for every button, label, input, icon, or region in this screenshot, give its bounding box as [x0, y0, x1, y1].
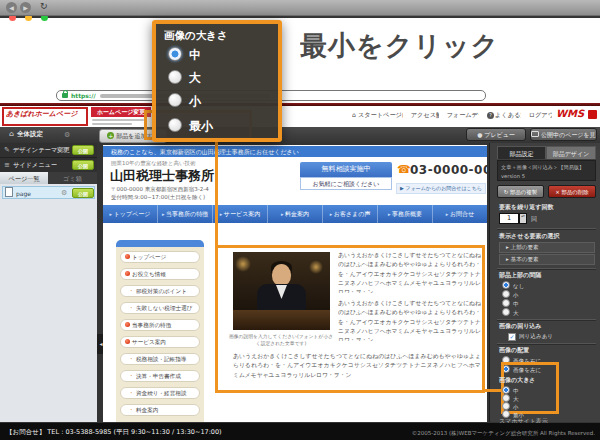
site-nav-bar: トップページ 当事務所の特徴 サービス案内 料金案内 お客さまの声 事務所概要 …	[103, 205, 487, 223]
admin-nav: ⌂ スタートページに戻る アクセス解析 フォームデータ ?よくある質問 ログアウ…	[352, 111, 552, 120]
site-nav-item[interactable]: お客さまの声	[323, 205, 378, 223]
browser-toolbar: ◀ ▶ ↻	[0, 0, 600, 16]
site-menu-subitem[interactable]: ・節税対策のポイント	[120, 285, 200, 297]
monitor-icon	[531, 131, 539, 137]
link-logout[interactable]: ログアウト	[529, 111, 552, 120]
divider	[497, 319, 596, 320]
wrap-checkbox-row[interactable]: ✓回り込みあり	[508, 332, 553, 341]
logo-title: あきばれホームページ	[6, 110, 84, 118]
phone-icon: ☎	[397, 163, 411, 176]
site-address: 〒000-0000 東京都新宿区西新宿3-2-4	[111, 186, 291, 193]
reload-icon[interactable]: ↻	[40, 1, 48, 11]
home-icon: ⌂	[9, 130, 14, 138]
screenshot-stage: ホームページ更新・あきば… スクリーンショ… ◀ ▶ ↻ https:// あき…	[0, 0, 600, 440]
repeat-count-label: 要素を繰り返す回数	[499, 203, 553, 212]
footer-copyright: ©2005-2013 (株)WEBマーケティング総合研究所 All Rights…	[412, 430, 595, 437]
radio-icon	[502, 402, 510, 410]
radio-icon	[502, 290, 510, 298]
view-published-button[interactable]: 公開中のページを見る	[530, 128, 597, 141]
link-access-analytics[interactable]: アクセス解析	[411, 111, 439, 120]
gear-icon[interactable]: ⚙	[64, 131, 70, 139]
site-hours: 受付時間:9:00~17:00(土日祝を除く)	[111, 194, 291, 201]
pencil-icon: ✎	[4, 146, 10, 154]
tab-part-design[interactable]: 部品デザイン	[546, 146, 596, 159]
site-menu-subitem[interactable]: ・税務相談・記帳指導	[120, 353, 200, 365]
site-menu-item[interactable]: お役立ち情報	[120, 268, 200, 280]
delete-part-button[interactable]: × 部品の削除	[548, 185, 596, 198]
wms-logo: WMS	[556, 108, 584, 119]
wms-logo-mark	[588, 110, 597, 119]
part-name: 文章＋画像＜回り込み＞【簡易版】	[501, 163, 592, 172]
site-nav-item[interactable]: 料金案内	[268, 205, 323, 223]
site-nav-item[interactable]: お問合せ	[433, 205, 487, 223]
site-menu-subitem[interactable]: ・決算・申告書作成	[120, 370, 200, 382]
site-tagline: 開業10年の豊富な経験と高い技術	[111, 160, 291, 167]
element-basic-row[interactable]: ▸ 基本の要素	[499, 254, 595, 265]
fine-print-line	[92, 119, 144, 121]
site-nav-item[interactable]: 事務所概要	[378, 205, 433, 223]
divider	[497, 268, 596, 269]
radio-icon	[502, 394, 510, 402]
site-menu-item[interactable]: 当事務所の特徴	[120, 319, 200, 331]
gear-icon[interactable]: ⚙	[60, 143, 66, 157]
radio-icon	[502, 281, 510, 289]
part-info-box: 文章＋画像＜回り込み＞【簡易版】 version 5	[497, 160, 596, 181]
consult-note: お気軽にご相談ください	[300, 177, 392, 190]
radio-icon	[502, 386, 510, 394]
bullet-icon	[125, 339, 130, 344]
connector-line-vertical	[215, 138, 218, 245]
gear-icon[interactable]: ⚙	[61, 188, 67, 199]
image-wrap-label: 画像の回り込み	[499, 322, 541, 331]
popup-radio-medium[interactable]: 中	[168, 45, 201, 65]
popup-radio-small[interactable]: 小	[168, 91, 201, 111]
repeat-count-input[interactable]: 1	[499, 213, 519, 224]
sidebar-item-design-theme[interactable]: ✎デザインテーマ変更 ⚙ 公開	[0, 143, 97, 158]
site-menu-subitem[interactable]: ・失敗しない税理士選び	[120, 302, 200, 314]
page-icon	[5, 187, 13, 197]
site-nav-item[interactable]: サービス案内	[213, 205, 268, 223]
bullet-icon: ・	[128, 304, 134, 311]
link-faq[interactable]: ?よくある質問	[487, 111, 521, 120]
site-nav-item[interactable]: トップページ	[103, 205, 158, 223]
publish-button[interactable]: 公開	[72, 160, 94, 170]
page-list-item[interactable]: page ⚙ 公開	[2, 186, 95, 199]
spacing-radio-none[interactable]: なし	[502, 281, 524, 290]
content-highlight-box	[215, 245, 485, 393]
top-spacing-label: 部品上部の間隔	[499, 271, 541, 280]
popup-radio-large[interactable]: 大	[168, 68, 201, 88]
global-settings-item[interactable]: ⌂全体設定	[5, 130, 43, 139]
fine-print-line	[92, 123, 132, 125]
publish-button[interactable]: 公開	[72, 145, 94, 155]
bullet-icon: ・	[128, 287, 134, 294]
preview-button[interactable]: ● プレビュー	[466, 128, 526, 141]
image-size-label: 画像の大きさ	[499, 376, 535, 385]
url-scheme: https://	[71, 92, 96, 99]
site-menu-item[interactable]: トップページ	[120, 251, 200, 263]
radio-icon	[168, 93, 182, 107]
link-start-page[interactable]: ⌂ スタートページに戻る	[352, 111, 403, 120]
bullet-icon	[125, 254, 130, 259]
site-menu-subitem[interactable]: ・資金繰り・経営相談	[120, 387, 200, 399]
spacing-radio-small[interactable]: 小	[502, 290, 519, 299]
site-menu-item[interactable]: サービス案内	[120, 336, 200, 348]
site-title: 山田税理士事務所	[110, 167, 295, 185]
site-phone-number: 03-0000-0000	[410, 163, 488, 177]
contact-form-link[interactable]: ▶ フォームからのお問合せはこちら	[396, 183, 486, 194]
popup-radio-smallest[interactable]: 最小	[168, 116, 213, 136]
link-form-data[interactable]: フォームデータ	[447, 111, 479, 120]
spacing-radio-medium[interactable]: 中	[502, 299, 519, 308]
element-top-row[interactable]: ▸ 上部の要素	[499, 242, 595, 253]
site-nav-item[interactable]: 当事務所の特徴	[158, 205, 213, 223]
forward-icon[interactable]: ▶	[20, 2, 31, 13]
size-radio-smallest[interactable]: 最小	[502, 410, 524, 419]
back-icon[interactable]: ◀	[6, 2, 17, 13]
site-menu-subitem[interactable]: ・料金案内	[120, 404, 200, 416]
stepper-arrows[interactable]: ▴▾	[519, 213, 527, 224]
tab-part-settings[interactable]: 部品設定	[497, 146, 546, 159]
instruction-headline: 最小をクリック	[300, 28, 499, 64]
spacing-radio-large[interactable]: 大	[502, 308, 519, 317]
duplicate-part-button[interactable]: ↻ 部品の複製	[497, 185, 544, 198]
sidebar-item-side-menu[interactable]: ≡サイドメニュー 公開	[0, 158, 97, 173]
publish-button[interactable]: 公開	[72, 188, 94, 198]
part-version: version 5	[501, 172, 592, 181]
